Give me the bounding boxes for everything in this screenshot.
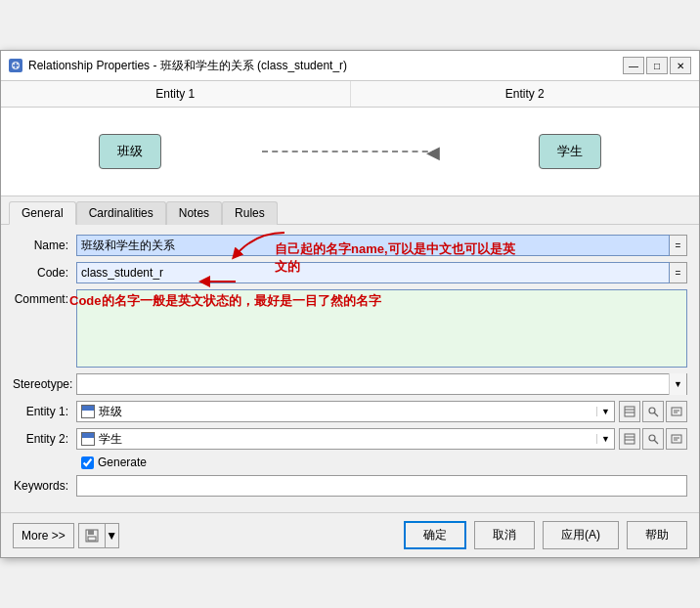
bottom-left: More >> ▼ (13, 523, 119, 548)
code-row: Code: = (13, 262, 687, 283)
more-button[interactable]: More >> (13, 523, 74, 548)
svg-rect-16 (672, 435, 681, 443)
generate-checkbox[interactable] (81, 456, 94, 469)
stereotype-dropdown-icon[interactable]: ▼ (669, 373, 686, 395)
keywords-input[interactable] (76, 475, 687, 497)
relationship-properties-window: Relationship Properties - 班级和学生的关系 (clas… (0, 50, 700, 558)
name-label: Name: (13, 239, 76, 252)
close-button[interactable]: ✕ (670, 57, 691, 74)
title-bar-left: Relationship Properties - 班级和学生的关系 (clas… (9, 58, 347, 74)
entity2-row: Entity 2: 学生 ▼ (13, 428, 687, 450)
name-input[interactable] (76, 235, 670, 256)
minimize-button[interactable]: — (623, 57, 644, 74)
stereotype-select[interactable]: ▼ (76, 373, 687, 395)
save-dropdown-icon[interactable]: ▼ (106, 523, 119, 548)
tab-notes[interactable]: Notes (166, 201, 222, 225)
bottom-bar: More >> ▼ 确定 取消 应用(A) 帮助 (1, 512, 699, 557)
form-area: Name: = Code: = Comment: Stereotype: (1, 225, 699, 512)
help-button[interactable]: 帮助 (627, 521, 687, 549)
comment-textarea[interactable] (76, 289, 687, 368)
window-icon (9, 59, 22, 72)
diagram-canvas: 班级 ◀ 学生 (1, 108, 699, 195)
stereotype-label: Stereotype: (13, 377, 76, 391)
name-expand-button[interactable]: = (670, 235, 687, 256)
entity1-value: 班级 (99, 404, 122, 420)
entity1-props-button[interactable] (666, 401, 687, 422)
svg-line-15 (654, 440, 658, 444)
entity1-dropdown-icon[interactable]: ▼ (596, 407, 610, 416)
svg-rect-11 (625, 434, 634, 444)
tab-cardinalities[interactable]: Cardinalities (76, 201, 166, 225)
tab-rules[interactable]: Rules (222, 201, 278, 225)
diagram-area: Entity 1 Entity 2 班级 ◀ (1, 81, 699, 196)
tabs-container: General Cardinalities Notes Rules (1, 196, 699, 225)
svg-line-7 (654, 413, 658, 416)
svg-rect-21 (88, 537, 96, 541)
entity1-select-button[interactable] (642, 401, 664, 422)
entity2-header: Entity 2 (351, 81, 700, 107)
svg-rect-8 (672, 408, 681, 415)
title-bar: Relationship Properties - 班级和学生的关系 (clas… (1, 51, 699, 81)
save-btn-group: ▼ (78, 523, 119, 548)
entity2-box: 学生 (539, 134, 601, 169)
entity1-box: 班级 (99, 134, 161, 169)
entity1-btn-group (617, 401, 687, 422)
apply-button[interactable]: 应用(A) (543, 521, 619, 549)
code-expand-button[interactable]: = (670, 262, 687, 283)
confirm-button[interactable]: 确定 (404, 521, 466, 549)
save-button[interactable] (78, 523, 106, 548)
comment-row: Comment: (13, 289, 687, 368)
entity2-btn-group (617, 428, 687, 450)
entity2-value: 学生 (99, 431, 122, 448)
entity2-props-button[interactable] (666, 428, 687, 450)
entity1-row-label: Entity 1: (13, 405, 76, 418)
keywords-label: Keywords: (13, 479, 76, 493)
comment-label: Comment: (13, 289, 76, 306)
entity1-header: Entity 1 (1, 81, 351, 107)
code-label: Code: (13, 266, 76, 280)
entity2-table-icon (81, 432, 95, 446)
code-input[interactable] (76, 262, 670, 283)
entity2-row-label: Entity 2: (13, 432, 76, 446)
entity1-browse-button[interactable] (619, 401, 640, 422)
maximize-button[interactable]: □ (646, 57, 668, 74)
entity1-select[interactable]: 班级 ▼ (76, 401, 615, 422)
svg-rect-3 (625, 407, 634, 416)
name-row: Name: = (13, 235, 687, 256)
entity2-select[interactable]: 学生 ▼ (76, 428, 615, 450)
entity2-browse-button[interactable] (619, 428, 640, 450)
form-container: Name: = Code: = Comment: Stereotype: (1, 225, 699, 512)
cancel-button[interactable]: 取消 (474, 521, 535, 549)
entity2-dropdown-icon[interactable]: ▼ (596, 434, 610, 444)
keywords-row: Keywords: (13, 475, 687, 497)
bottom-center-buttons: 确定 取消 应用(A) 帮助 (404, 521, 687, 549)
entity1-row: Entity 1: 班级 ▼ (13, 401, 687, 422)
svg-rect-20 (88, 530, 94, 535)
title-bar-controls: — □ ✕ (623, 57, 691, 74)
entity1-label: 班级 (117, 144, 143, 158)
tab-general[interactable]: General (9, 201, 76, 225)
generate-label: Generate (98, 456, 147, 469)
window-title: Relationship Properties - 班级和学生的关系 (clas… (28, 58, 347, 74)
entity-header: Entity 1 Entity 2 (1, 81, 699, 108)
entity2-label: 学生 (557, 144, 583, 158)
entity1-table-icon (81, 405, 95, 418)
stereotype-row: Stereotype: ▼ (13, 373, 687, 395)
entity2-select-button[interactable] (642, 428, 664, 450)
generate-row: Generate (81, 456, 687, 469)
